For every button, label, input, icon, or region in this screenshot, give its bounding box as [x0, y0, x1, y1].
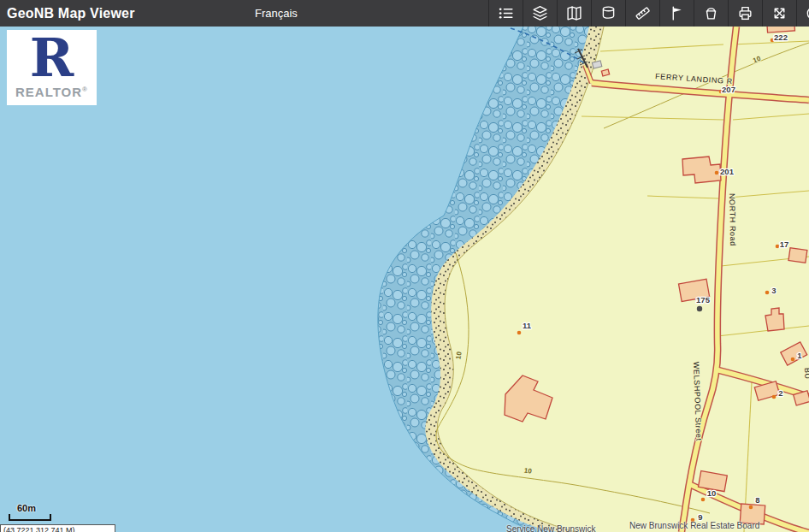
measure-icon: [635, 5, 651, 21]
realtor-wordmark: REALTOR: [15, 85, 82, 99]
street-label-partial: BU: [803, 368, 809, 380]
export-tool-button[interactable]: [694, 0, 728, 27]
share-tool-button[interactable]: [762, 0, 796, 27]
contour-label: 10: [523, 466, 533, 475]
help-icon: [806, 5, 809, 21]
realtor-r-glyph: R: [7, 32, 97, 85]
address-label: 207: [722, 85, 735, 94]
app-title: GeoNB Map Viewer: [7, 6, 135, 21]
identify-icon: [600, 5, 617, 21]
share-icon: [771, 5, 788, 21]
help-tool-button[interactable]: [796, 0, 809, 27]
basemap-icon: [566, 5, 582, 21]
export-icon: [703, 5, 719, 21]
attribution-right: New Brunswick Real Estate Board: [629, 521, 759, 530]
address-label: 2: [778, 388, 782, 398]
legend-icon: [498, 5, 514, 21]
road-label-north-road: NORTH Road: [728, 193, 737, 246]
map-canvas[interactable]: 222 207 201 17 3 175 11 1 2 10 8 9 FERRY…: [0, 0, 809, 532]
scale-bar: 60m: [9, 503, 51, 521]
print-tool-button[interactable]: [728, 0, 762, 27]
building: [788, 248, 807, 263]
address-label: 3: [771, 286, 776, 295]
basemap-tool-button[interactable]: [557, 0, 591, 27]
address-label: 1: [797, 351, 802, 360]
registered-mark: ®: [82, 86, 88, 93]
legend-tool-button[interactable]: [488, 0, 523, 27]
draw-tool-button[interactable]: [659, 0, 694, 27]
language-link[interactable]: Français: [255, 0, 298, 27]
coordinate-readout: (43.7221 312 741 M): [0, 524, 115, 532]
address-label: 17: [780, 239, 789, 249]
header-bar: GeoNB Map Viewer Français: [0, 0, 809, 27]
attribution-left: Service New Brunswick: [506, 524, 595, 532]
layers-tool-button[interactable]: [523, 0, 557, 27]
draw-icon: [669, 5, 685, 21]
address-label: 8: [755, 495, 759, 505]
layers-icon: [532, 5, 548, 21]
address-label: 222: [774, 33, 788, 42]
print-icon: [737, 5, 753, 21]
identify-tool-button[interactable]: [591, 0, 625, 27]
geonb-map-viewer: 222 207 201 17 3 175 11 1 2 10 8 9 FERRY…: [0, 0, 809, 532]
address-label: 175: [696, 295, 711, 304]
address-label: 10: [707, 488, 717, 498]
scale-label: 60m: [17, 503, 51, 513]
realtor-logo: R REALTOR®: [7, 30, 97, 105]
scale-bracket: [9, 514, 51, 521]
toolbar: [488, 0, 809, 27]
address-label: 201: [720, 167, 735, 176]
measure-tool-button[interactable]: [625, 0, 659, 27]
address-label: 11: [523, 321, 532, 330]
